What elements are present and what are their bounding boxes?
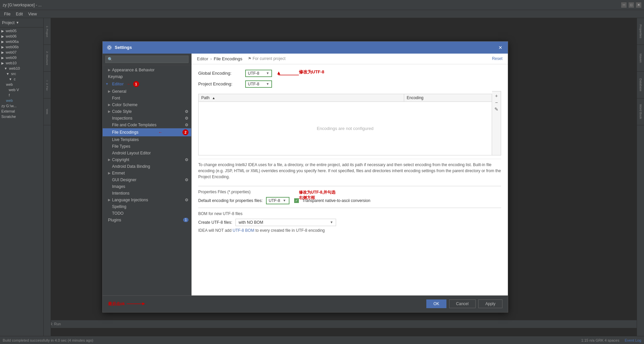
expand-icon: ▶ [108, 103, 111, 107]
settings-item-android-data-binding[interactable]: Android Data Binding [103, 163, 191, 170]
settings-item-plugins[interactable]: Plugins 1 [103, 217, 191, 223]
encoding-path-table: Path ▲ Encoding [198, 94, 492, 155]
settings-item-general[interactable]: ▶ General [103, 88, 191, 95]
window-controls[interactable]: ─ □ ✕ [621, 2, 641, 8]
dialog-title-bar: Settings ✕ [103, 42, 508, 54]
add-encoding-button[interactable]: + [493, 93, 499, 99]
breadcrumb-separator: › [210, 56, 212, 61]
word-book-panel-btn[interactable]: Word Book [637, 98, 644, 125]
sort-icon: ▲ [212, 96, 215, 100]
bom-link[interactable]: UTF-8 BOM [232, 228, 254, 233]
settings-item-code-style[interactable]: ▶ Code Style ⚙ [103, 108, 191, 115]
bom-note: IDEA will NOT add UTF-8 BOM to every cre… [198, 228, 501, 233]
settings-item-editor[interactable]: ▼ Editor ← 1 [103, 80, 191, 88]
settings-search-area [103, 54, 191, 65]
file-menu[interactable]: File [1, 11, 13, 17]
ok-arrow [127, 300, 147, 307]
dialog-close-button[interactable]: ✕ [497, 44, 504, 51]
project-encoding-select[interactable]: UTF-8 ▼ [245, 80, 272, 88]
encoding-column-header[interactable]: Encoding [404, 94, 492, 101]
minimize-button[interactable]: ─ [621, 2, 627, 8]
edit-menu[interactable]: Edit [13, 11, 25, 17]
settings-item-android-layout[interactable]: Android Layout Editor [103, 150, 191, 156]
properties-encoding-value: UTF-8 [269, 198, 280, 203]
expand-icon: ▶ [108, 68, 111, 72]
properties-section-title: Properties Files (*.properties) [198, 186, 501, 194]
settings-item-file-types[interactable]: File Types [103, 143, 191, 150]
settings-item-spelling[interactable]: Spelling [103, 203, 191, 210]
favorites-panel-btn[interactable]: ☆ 2: Fav [44, 72, 51, 98]
global-encoding-row: Global Encoding: UTF-8 ▼ 修改为UTF-8 [198, 70, 501, 77]
status-right-text: 1:15 n/a GRK 4 spaces [581, 338, 620, 342]
reset-link[interactable]: Reset [492, 56, 502, 61]
cancel-button[interactable]: Cancel [449, 299, 476, 308]
settings-search-input[interactable] [105, 56, 189, 63]
menu-bar: File Edit View [0, 10, 644, 18]
maven-panel-btn[interactable]: Maven [637, 45, 644, 72]
expand-icon: ▶ [108, 89, 111, 93]
settings-item-file-code-templates[interactable]: File and Code Templates ⚙ [103, 122, 191, 128]
annotation-arrow-1 [275, 72, 299, 78]
dialog-footer: 最后点ok OK Cancel Apply [103, 295, 508, 312]
annotation-last-ok: 最后点ok [108, 301, 125, 307]
settings-item-appearance[interactable]: ▶ Appearance & Behavior [103, 67, 191, 73]
settings-item-file-encodings[interactable]: File Encodings ← 2 [103, 128, 191, 136]
settings-item-live-templates[interactable]: Live Templates [103, 136, 191, 143]
file-encodings-annotation-arrow: ← [158, 130, 162, 135]
close-button[interactable]: ✕ [636, 2, 641, 8]
editor-annotation-1: ← [127, 82, 131, 86]
create-utf8-select[interactable]: with NO BOM ▼ [235, 219, 336, 226]
settings-item-language-injections[interactable]: ▶ Language Injections ⚙ [103, 197, 191, 203]
settings-item-intentions[interactable]: Intentions [103, 190, 191, 197]
event-log-link[interactable]: Event Log [625, 338, 641, 342]
empty-table-message: Encodings are not configured [199, 113, 492, 144]
edit-encoding-button[interactable]: ✎ [493, 106, 499, 112]
settings-item-gui-designer[interactable]: GUI Designer ⚙ [103, 177, 191, 183]
global-encoding-dropdown-icon: ▼ [266, 71, 269, 75]
bom-note-prefix: IDEA will NOT add [198, 228, 232, 233]
remove-encoding-button[interactable]: − [493, 99, 499, 106]
expand-icon: ▶ [108, 158, 111, 161]
status-build-text: Build completed successfully in 4.0 sec … [3, 338, 581, 342]
settings-item-keymap[interactable]: Keymap [103, 73, 191, 80]
maximize-button[interactable]: □ [629, 2, 634, 8]
apply-button[interactable]: Apply [478, 299, 502, 308]
breadcrumb-parent: Editor [197, 56, 208, 61]
encoding-table-container: Path ▲ Encoding [198, 91, 501, 155]
status-bar: Build completed successfully in 4.0 sec … [0, 336, 644, 344]
settings-item-font[interactable]: Font [103, 95, 191, 101]
settings-item-todo[interactable]: TODO [103, 210, 191, 217]
database-panel-btn[interactable]: Database [637, 72, 644, 98]
settings-item-copyright[interactable]: ▶ Copyright ⚙ [103, 156, 191, 163]
description-text: To change encoding IntelliJ IDEA uses fo… [198, 159, 501, 183]
project-panel-btn[interactable]: 1: Project [44, 18, 51, 45]
editor-num-annotation: 1 [133, 81, 139, 87]
copyright-icon: ⚙ [185, 157, 189, 162]
transparent-conversion-checkbox[interactable]: ✓ [294, 198, 299, 203]
settings-item-emmet[interactable]: ▶ Emmet [103, 170, 191, 177]
web-panel-btn[interactable]: Web [44, 98, 51, 125]
bom-section-title: BOM for new UTF-8 files [198, 208, 501, 216]
settings-item-images[interactable]: Images [103, 183, 191, 190]
bom-row: Create UTF-8 files: with NO BOM ▼ [198, 219, 501, 226]
path-column-header[interactable]: Path ▲ [199, 94, 404, 101]
bom-section: BOM for new UTF-8 files Create UTF-8 fil… [198, 208, 501, 233]
settings-icon [107, 45, 112, 50]
settings-left-panel: ▶ Appearance & Behavior Keymap ▼ Editor [103, 54, 192, 295]
settings-item-color-scheme[interactable]: ▶ Color Scheme [103, 101, 191, 108]
ok-annotation-area: 最后点ok [108, 300, 147, 307]
properties-panel-btn[interactable]: Properties [637, 18, 644, 45]
table-action-buttons: + − ✎ [492, 91, 501, 155]
global-encoding-label: Global Encoding: [198, 71, 245, 76]
code-style-icon: ⚙ [185, 109, 189, 114]
inspections-icon: ⚙ [185, 116, 189, 121]
structure-panel-btn[interactable]: 2: Structure [44, 45, 51, 72]
ok-button[interactable]: OK [426, 299, 446, 308]
properties-encoding-select[interactable]: UTF-8 ▼ [266, 197, 289, 204]
global-encoding-select[interactable]: UTF-8 ▼ [245, 70, 272, 77]
view-menu[interactable]: View [25, 11, 40, 17]
svg-point-1 [107, 46, 111, 50]
settings-item-inspections[interactable]: Inspections ⚙ [103, 115, 191, 122]
language-injections-icon: ⚙ [185, 198, 189, 202]
breadcrumb-subtitle: ⚑ For current project [248, 56, 285, 61]
